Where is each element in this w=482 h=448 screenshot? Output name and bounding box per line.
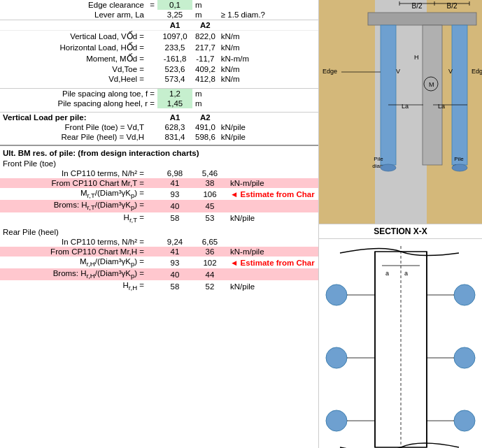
broms2-row: Broms: Hr,H/(Diam³γKp) = 40 44 xyxy=(0,268,318,280)
svg-rect-11 xyxy=(381,25,396,165)
right-panel: B/2 B/2 Edge xyxy=(318,0,482,448)
rear-pile-label: Rear Pile (heel) = Vd,H xyxy=(0,132,147,142)
pile-spacing-toe-label: Pile spacing along toe, f = xyxy=(0,88,157,99)
broms-a1: 40 xyxy=(157,200,192,212)
hr-t-unit: kN/pile xyxy=(227,212,318,224)
vd-heel-a1: 573,4 xyxy=(157,74,192,84)
svg-rect-10 xyxy=(423,25,442,165)
vertical-load-label: Vertical Load, VỐd = xyxy=(0,31,147,43)
mr-diam2-a1: 93 xyxy=(157,256,192,268)
vertical-load-a2: 822,0 xyxy=(192,31,218,43)
pile-spacing-toe-row: Pile spacing along toe, f = 1,2 m xyxy=(0,88,318,99)
lever-arm-label: Lever arm, La xyxy=(0,10,147,20)
rear-pile-heel-label: Rear Pile (heel) xyxy=(0,227,318,237)
lever-arm-unit: m xyxy=(192,10,218,20)
lever-arm-note: ≥ 1.5 diam.? xyxy=(218,10,318,20)
vert-per-pile-header: Vertical Load per pile: A1 A2 xyxy=(0,113,318,123)
cp110-chart2-unit: kN-m/pile xyxy=(227,247,318,256)
edge-clearance-spacer xyxy=(218,0,318,10)
cp110-n-label: In CP110 terms, N/h² = xyxy=(0,168,147,178)
mr-diam-a2: 106 xyxy=(192,188,227,200)
cp110-n-a1: 6,98 xyxy=(157,168,192,178)
vd-heel-unit: kN/m xyxy=(218,74,318,84)
vertical-load-row: Vertical Load, VỐd = 1097,0 822,0 kN/m xyxy=(0,31,318,43)
hr-h-label: Hr,H = xyxy=(0,280,147,292)
broms-label: Broms: Hr,T/(Diam³γKp) = xyxy=(0,200,147,212)
svg-point-44 xyxy=(454,284,475,305)
svg-text:a: a xyxy=(385,270,389,277)
cp110-chart-label: From CP110 Chart Mr,T = xyxy=(0,178,147,188)
svg-text:V: V xyxy=(396,68,400,75)
svg-point-46 xyxy=(454,410,475,431)
edge-clearance-label: Edge clearance xyxy=(0,0,147,10)
broms2-label: Broms: Hr,H/(Diam³γKp) = xyxy=(0,268,147,280)
hr-h-a2: 52 xyxy=(192,280,227,292)
vertical-load-a1: 1097,0 xyxy=(157,31,192,43)
svg-point-31 xyxy=(452,164,467,171)
cp110-chart-row: From CP110 Chart Mr,T = 41 38 kN-m/pile xyxy=(0,178,318,188)
broms-row: Broms: Hr,T/(Diam³γKp) = 40 45 xyxy=(0,200,318,212)
cp110-chart2-a2: 36 xyxy=(192,247,227,256)
svg-text:Pile: Pile xyxy=(454,156,464,162)
cp110-n-row: In CP110 terms, N/h² = 6,98 5,46 xyxy=(0,168,318,178)
mr-diam2-note: Estimate from Char xyxy=(241,259,315,267)
svg-point-41 xyxy=(326,284,347,305)
moment-unit: kN-m/m xyxy=(218,53,318,64)
pile-spacing-heel-unit: m xyxy=(192,99,218,108)
vd-toe-a2: 409,2 xyxy=(192,64,218,74)
svg-text:La: La xyxy=(438,103,445,110)
vertical-load-unit: kN/m xyxy=(218,31,318,43)
mr-diam-note-cell: ◄ Estimate from Char xyxy=(227,188,318,200)
horiz-load-a1: 233,5 xyxy=(157,42,192,53)
horiz-load-label: Horizontal Load, HỐd = xyxy=(0,42,147,53)
front-pile-label: Front Pile (toe) = Vd,T xyxy=(0,122,147,132)
section-xx-label: SECTION X-X xyxy=(319,224,482,238)
hr-t-a2: 53 xyxy=(192,212,227,224)
svg-text:V: V xyxy=(448,68,453,75)
mr-diam-arrow: ◄ xyxy=(230,190,238,198)
pile-spacing-heel-row: Pile spacing along heel, r = 1,45 m xyxy=(0,99,318,108)
mr-diam-a1: 93 xyxy=(157,188,192,200)
mr-diam2-row: Mr,H/(Diam³γKp) = 93 102 ◄ Estimate from… xyxy=(0,256,318,268)
vert-per-pile-a1: A1 xyxy=(157,113,192,123)
vert-per-pile-a2: A2 xyxy=(192,113,218,123)
moment-row: Moment, MỐd = -161,8 -11,7 kN-m/m xyxy=(0,53,318,64)
cp110-n2-row: In CP110 terms, N/h² = 9,24 6,65 xyxy=(0,237,318,247)
svg-text:Pile: Pile xyxy=(374,156,383,162)
pile-spacing-toe-val: 1,2 xyxy=(157,88,192,99)
cp110-chart-unit: kN-m/pile xyxy=(227,178,318,188)
lever-arm-spacer xyxy=(147,10,157,20)
cp110-n-a2: 5,46 xyxy=(192,168,227,178)
hr-t-row: Hr,T = 58 53 kN/pile xyxy=(0,212,318,224)
mr-diam-note: Estimate from Char xyxy=(241,190,315,198)
vd-heel-row: Vd,Heel = 573,4 412,8 kN/m xyxy=(0,74,318,84)
mr-diam-row: Mr,T/(Diam³γKp) = 93 106 ◄ Estimate from… xyxy=(0,188,318,200)
hr-h-a1: 58 xyxy=(157,280,192,292)
moment-label: Moment, MỐd = xyxy=(0,53,147,64)
rear-pile-row: Rear Pile (heel) = Vd,H 831,4 598,6 kN/p… xyxy=(0,132,318,142)
svg-point-30 xyxy=(381,164,396,171)
mr-diam2-label: Mr,H/(Diam³γKp) = xyxy=(0,256,147,268)
vert-per-pile-label: Vertical Load per pile: xyxy=(0,113,147,123)
cp110-n2-a2: 6,65 xyxy=(192,237,227,247)
section-diagram-top: B/2 B/2 Edge xyxy=(319,0,482,224)
lever-arm-val: 3,25 xyxy=(157,10,192,20)
svg-point-45 xyxy=(454,347,475,368)
cp110-chart2-label: From CP110 Chart Mr,H = xyxy=(0,247,147,256)
svg-rect-9 xyxy=(368,13,476,25)
cp110-chart-a1: 41 xyxy=(157,178,192,188)
col-a2-header: A2 xyxy=(192,20,218,31)
hr-h-unit: kN/pile xyxy=(227,280,318,292)
horiz-load-unit: kN/m xyxy=(218,42,318,53)
svg-point-43 xyxy=(326,410,347,431)
mr-diam2-note-cell: ◄ Estimate from Char xyxy=(227,256,318,268)
left-panel: Edge clearance = 0,1 m Lever arm, La 3,2… xyxy=(0,0,318,448)
hr-t-label: Hr,T = xyxy=(0,212,147,224)
edge-clearance-val: 0,1 xyxy=(157,0,192,10)
edge-clearance-eq: = xyxy=(147,0,157,10)
front-pile-toe-header: Front Pile (toe) xyxy=(0,159,318,168)
edge-clearance-unit: m xyxy=(192,0,218,10)
col-headers-row: A1 A2 xyxy=(0,20,318,31)
mr-diam2-a2: 102 xyxy=(192,256,227,268)
vd-heel-label: Vd,Heel = xyxy=(0,74,147,84)
